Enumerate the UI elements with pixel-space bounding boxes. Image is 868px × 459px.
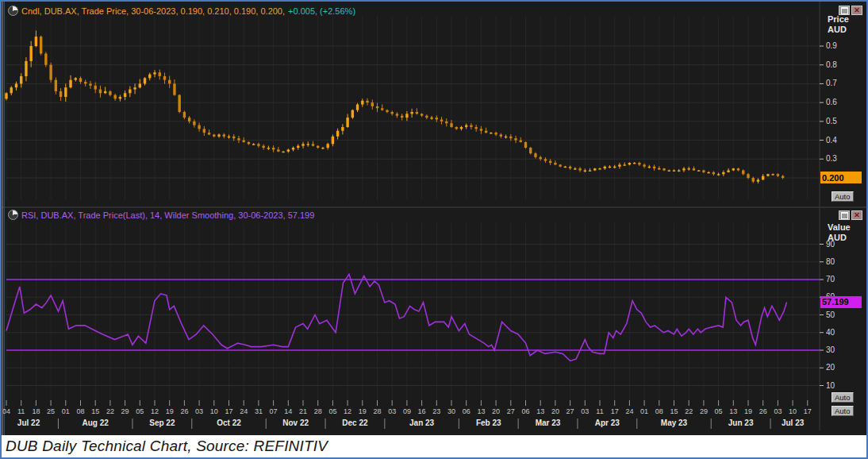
- axis-tick-label: 0.7: [826, 79, 837, 87]
- x-axis-month-label: Aug 22: [70, 418, 121, 427]
- instrument-icon: [8, 6, 18, 16]
- x-axis-month-label: Dec 22: [329, 418, 380, 427]
- axis-tick-label: 10: [826, 381, 835, 390]
- caption-bar: DUB Daily Technical Chart, Source: REFIN…: [2, 435, 866, 457]
- axis-tick-label: 0.6: [826, 98, 837, 106]
- x-axis-month-label: Jun 23: [716, 418, 766, 427]
- x-axis-month-label: Jan 23: [397, 418, 447, 427]
- close-icon[interactable]: ✕: [851, 210, 862, 220]
- price-axis-auto-button[interactable]: Auto: [832, 191, 854, 202]
- x-axis-month-label: May 23: [649, 418, 700, 427]
- x-axis-month-label: Nov 22: [271, 418, 321, 427]
- last-rsi-value-label: 57.199: [820, 296, 862, 308]
- price-window-buttons: ✕: [839, 6, 862, 15]
- rsi-legend[interactable]: RSI, DUB.AX, Trade Price(Last), 14, Wild…: [8, 210, 314, 220]
- axis-tick-label: 0.5: [826, 117, 837, 125]
- axis-tick-label: 80: [826, 257, 835, 266]
- x-axis-month-label: Sep 22: [136, 418, 187, 427]
- rsi-axis-auto-button[interactable]: Auto: [832, 392, 854, 403]
- price-axis-title-line2: AUD: [828, 25, 849, 35]
- axis-tick-label: 20: [826, 363, 835, 372]
- x-axis-month-label: Feb 23: [463, 418, 514, 427]
- rsi-axis-title-line2: AUD: [828, 233, 851, 243]
- rsi-axis-title: Value AUD: [828, 222, 851, 243]
- close-icon[interactable]: ✕: [851, 6, 862, 15]
- time-axis-auto-button[interactable]: Auto: [832, 406, 854, 416]
- rsi-legend-text: RSI, DUB.AX, Trade Price(Last), 14, Wild…: [21, 210, 314, 220]
- chart-window: Cndl, DUB.AX, Trade Price, 30-06-2023, 0…: [0, 0, 868, 459]
- price-axis-title-line1: Price: [828, 14, 849, 25]
- axis-tick-label: 0.4: [826, 136, 837, 145]
- axis-tick-label: 40: [826, 328, 835, 337]
- axis-tick-label: 0.9: [826, 41, 837, 50]
- axis-tick-label: 0.8: [826, 60, 837, 69]
- price-change-text: +0.005, (+2.56%): [288, 6, 355, 16]
- restore-icon[interactable]: [839, 6, 850, 15]
- x-axis-month-label: Apr 23: [582, 418, 632, 427]
- price-chart-plot[interactable]: [6, 16, 820, 200]
- indicator-icon: [8, 210, 18, 220]
- x-axis-month-label: Jul 23: [767, 418, 818, 427]
- rsi-window-buttons: ✕: [839, 210, 862, 220]
- x-axis-month-label: Jul 22: [3, 418, 54, 427]
- rsi-chart-plot[interactable]: [6, 223, 820, 401]
- price-legend[interactable]: Cndl, DUB.AX, Trade Price, 30-06-2023, 0…: [8, 6, 355, 16]
- chart-area: Cndl, DUB.AX, Trade Price, 30-06-2023, 0…: [2, 2, 866, 435]
- price-legend-text: Cndl, DUB.AX, Trade Price, 30-06-2023, 0…: [21, 6, 285, 16]
- axis-tick-label: 50: [826, 310, 835, 319]
- axis-tick-label: 30: [826, 345, 835, 354]
- x-axis-month-label: Oct 22: [204, 418, 255, 427]
- price-axis-title: Price AUD: [828, 14, 849, 35]
- rsi-axis-title-line1: Value: [828, 222, 851, 233]
- x-axis-month-label: Mar 23: [523, 418, 574, 427]
- axis-tick-label: 70: [826, 275, 835, 284]
- axis-tick-label: 0.3: [826, 154, 837, 163]
- x-axis-day-label: 17: [799, 407, 816, 415]
- last-price-label: 0.200: [820, 172, 862, 183]
- restore-icon[interactable]: [839, 210, 850, 220]
- caption-text: DUB Daily Technical Chart, Source: REFIN…: [2, 438, 328, 455]
